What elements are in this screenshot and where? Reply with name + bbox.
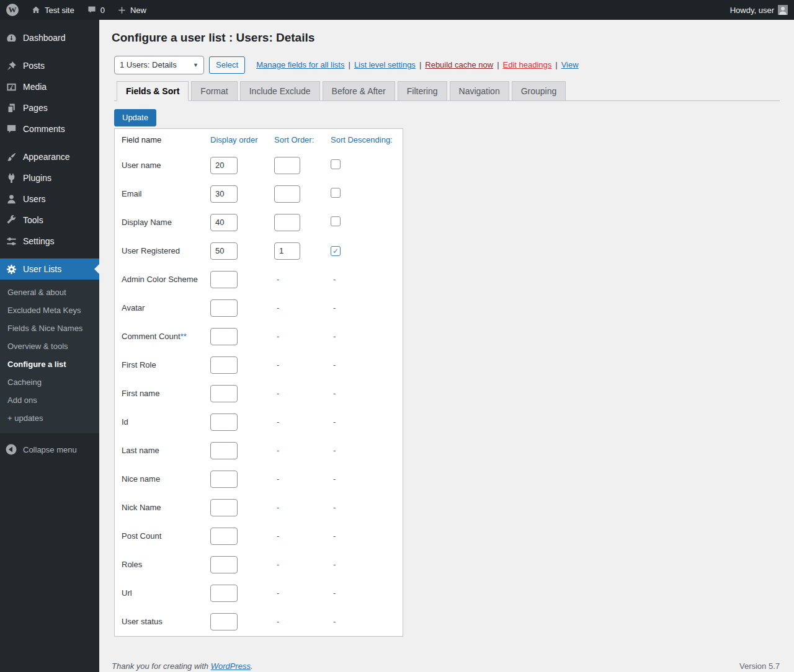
display-order-input[interactable] bbox=[210, 271, 238, 288]
list-level-settings-link[interactable]: List level settings bbox=[354, 60, 416, 69]
comments-menu[interactable]: 0 bbox=[81, 0, 111, 20]
wordpress-link[interactable]: WordPress bbox=[211, 661, 251, 671]
sort-descending-cell: - bbox=[331, 360, 403, 369]
sidebar-item-plugins[interactable]: Plugins bbox=[0, 167, 99, 188]
display-order-input[interactable] bbox=[210, 328, 238, 345]
footer: Thank you for creating with WordPress. V… bbox=[112, 661, 780, 672]
display-order-input[interactable] bbox=[210, 471, 238, 488]
tab-before-after[interactable]: Before & After bbox=[323, 81, 395, 101]
tab-format[interactable]: Format bbox=[191, 81, 237, 101]
sidebar-item-add-ons[interactable]: Add ons bbox=[0, 391, 99, 409]
sidebar-item-dashboard[interactable]: Dashboard bbox=[0, 27, 99, 48]
comments-count: 0 bbox=[100, 6, 105, 15]
new-label: New bbox=[130, 6, 146, 15]
sidebar-item-cacheing[interactable]: Cacheing bbox=[0, 373, 99, 391]
table-row: First Role-- bbox=[115, 351, 403, 379]
tab-navigation[interactable]: Navigation bbox=[450, 81, 509, 101]
field-name-cell: Admin Color Scheme bbox=[122, 275, 210, 284]
display-order-cell bbox=[210, 214, 274, 231]
sidebar-item-general-about[interactable]: General & about bbox=[0, 283, 99, 301]
my-account-menu[interactable]: Howdy, user bbox=[724, 0, 794, 20]
table-row: Email bbox=[115, 180, 403, 208]
sidebar-item-label: User Lists bbox=[23, 264, 61, 274]
sort-order-input[interactable] bbox=[274, 242, 300, 260]
new-content-menu[interactable]: New bbox=[111, 0, 153, 20]
tab-filtering[interactable]: Filtering bbox=[398, 81, 447, 101]
sidebar-item-settings[interactable]: Settings bbox=[0, 231, 99, 252]
display-order-input[interactable] bbox=[210, 157, 238, 174]
display-order-input[interactable] bbox=[210, 356, 238, 374]
sidebar-item-fields-nice-names[interactable]: Fields & Nice Names bbox=[0, 319, 99, 337]
sidebar-item-users[interactable]: Users bbox=[0, 188, 99, 210]
table-row: User name bbox=[115, 151, 403, 180]
display-order-input[interactable] bbox=[210, 499, 238, 516]
sort-descending-checkbox[interactable] bbox=[331, 246, 341, 256]
action-links: Manage fields for all lists | List level… bbox=[256, 60, 579, 69]
display-order-input[interactable] bbox=[210, 585, 238, 602]
sidebar-item-excluded-meta-keys[interactable]: Excluded Meta Keys bbox=[0, 301, 99, 319]
page-title: Configure a user list : Users: Details bbox=[112, 30, 780, 46]
sidebar-item-overview-tools[interactable]: Overview & tools bbox=[0, 337, 99, 355]
sidebar-item-appearance[interactable]: Appearance bbox=[0, 146, 99, 167]
field-name-label: User Registered bbox=[122, 246, 180, 255]
rebuild-cache-link[interactable]: Rebuild cache now bbox=[425, 60, 493, 69]
manage-fields-link[interactable]: Manage fields for all lists bbox=[256, 60, 344, 69]
sort-order-input[interactable] bbox=[274, 157, 300, 174]
display-order-input[interactable] bbox=[210, 556, 238, 573]
header-sort-descending[interactable]: Sort Descending: bbox=[331, 135, 403, 144]
display-order-input[interactable] bbox=[210, 613, 238, 630]
no-sort-dash: - bbox=[331, 531, 336, 541]
display-order-input[interactable] bbox=[210, 528, 238, 545]
display-order-input[interactable] bbox=[210, 299, 238, 317]
sidebar-item-pages[interactable]: Pages bbox=[0, 97, 99, 118]
sort-descending-cell bbox=[331, 246, 403, 256]
sidebar-item-tools[interactable]: Tools bbox=[0, 210, 99, 231]
table-row: First name-- bbox=[115, 379, 403, 408]
update-button[interactable]: Update bbox=[114, 109, 156, 126]
no-sort-dash: - bbox=[274, 617, 279, 626]
display-order-input[interactable] bbox=[210, 385, 238, 402]
link-separator: | bbox=[348, 60, 350, 69]
display-order-input[interactable] bbox=[210, 214, 238, 231]
site-name-menu[interactable]: Test site bbox=[25, 0, 81, 20]
tab-grouping[interactable]: Grouping bbox=[512, 81, 566, 101]
sidebar-item-comments[interactable]: Comments bbox=[0, 118, 99, 139]
plug-icon bbox=[5, 172, 17, 184]
field-name-cell: User name bbox=[122, 161, 210, 170]
display-order-input[interactable] bbox=[210, 242, 238, 260]
sort-order-input[interactable] bbox=[274, 185, 300, 203]
edit-headings-link[interactable]: Edit headings bbox=[503, 60, 552, 69]
brush-icon bbox=[5, 151, 17, 163]
display-order-input[interactable] bbox=[210, 442, 238, 459]
header-sort-order[interactable]: Sort Order: bbox=[274, 135, 331, 144]
no-sort-dash: - bbox=[274, 531, 279, 541]
sort-order-cell: - bbox=[274, 503, 331, 512]
table-row: Display Name bbox=[115, 208, 403, 237]
sort-descending-checkbox[interactable] bbox=[331, 159, 341, 169]
sort-descending-checkbox[interactable] bbox=[331, 216, 341, 226]
sidebar-item-user-lists[interactable]: User Lists bbox=[0, 259, 99, 280]
tab-fields-sort[interactable]: Fields & Sort bbox=[117, 81, 189, 101]
field-name-label: Last name bbox=[122, 446, 159, 455]
display-order-input[interactable] bbox=[210, 185, 238, 203]
select-button[interactable]: Select bbox=[209, 56, 245, 74]
sort-descending-checkbox[interactable] bbox=[331, 188, 341, 198]
header-display-order[interactable]: Display order bbox=[210, 135, 274, 144]
tab-bar: Fields & SortFormatInclude ExcludeBefore… bbox=[114, 81, 780, 101]
sort-order-input[interactable] bbox=[274, 214, 300, 231]
collapse-menu-button[interactable]: Collapse menu bbox=[0, 438, 99, 461]
wp-logo-menu[interactable]: W bbox=[0, 0, 25, 20]
table-row: Roles-- bbox=[115, 550, 403, 579]
no-sort-dash: - bbox=[274, 588, 279, 598]
view-link[interactable]: View bbox=[561, 60, 579, 69]
sidebar-item-configure-a-list[interactable]: Configure a list bbox=[0, 355, 99, 373]
comment-bubble-icon bbox=[87, 5, 97, 15]
sort-descending-cell: - bbox=[331, 617, 403, 626]
sidebar-item-posts[interactable]: Posts bbox=[0, 55, 99, 76]
sidebar-item-updates[interactable]: + updates bbox=[0, 409, 99, 427]
sidebar-item-media[interactable]: Media bbox=[0, 76, 99, 97]
list-select[interactable]: 1 Users: Details bbox=[114, 56, 204, 74]
display-order-input[interactable] bbox=[210, 413, 238, 431]
tab-include-exclude[interactable]: Include Exclude bbox=[240, 81, 320, 101]
field-name-cell: Display Name bbox=[122, 218, 210, 227]
